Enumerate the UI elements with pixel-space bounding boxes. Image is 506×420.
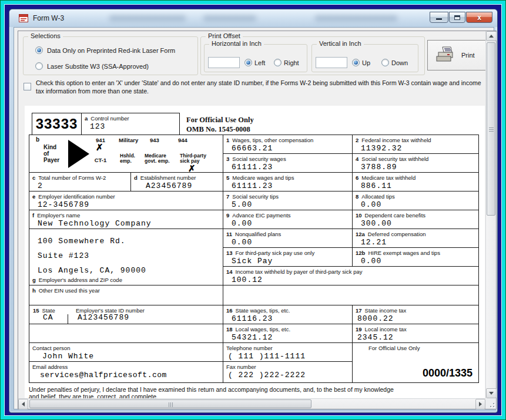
desktop-background: Form W-3 x Selections Data Only on Prepr… (0, 0, 506, 420)
form-w3-window: Form W-3 x Selections Data Only on Prepr… (9, 9, 498, 413)
box7-cell: 7Social security tips 5.00 (223, 191, 353, 210)
radio-right[interactable] (274, 59, 282, 66)
address-line3: Los Angels, CA, 90000 (29, 266, 146, 275)
app-icon (19, 14, 28, 23)
perjury-statement-line1: Under penalties of perjury, I declare th… (29, 386, 394, 393)
radio-down[interactable] (381, 59, 389, 66)
arrow-up-icon (489, 35, 494, 38)
radio-redink-form-label[interactable]: Data Only on Preprinted Red-ink Laser Fo… (47, 47, 175, 54)
arrow-down-icon (489, 392, 494, 395)
box17-cell: 17State income tax 8000.22 (352, 305, 479, 324)
scroll-right-button[interactable] (475, 399, 485, 409)
horizontal-offset-input[interactable] (208, 57, 240, 68)
horizontal-offset-groupbox: Horizontal in Inch Left Right (204, 44, 307, 72)
radio-left[interactable] (244, 59, 252, 66)
minimize-icon (436, 18, 442, 20)
boxd-cell: dEstablishment number A23456789 (130, 172, 223, 191)
box5-cell: 5Medicare wages and tips 61111.23 (223, 172, 353, 191)
client-area: Selections Data Only on Preprinted Red-i… (14, 27, 494, 409)
boxc-cell: cTotal number of Forms W-2 2 (29, 172, 131, 191)
thumb-grip (489, 127, 494, 132)
titlebar[interactable]: Form W-3 x (9, 9, 497, 27)
horizontal-offset-label: Horizontal in Inch (209, 40, 264, 47)
scroll-down-button[interactable] (486, 388, 497, 398)
radio-left-label[interactable]: Left (254, 59, 265, 66)
radio-substitute-w3-label[interactable]: Laser Substite W3 (SSA-Approved) (47, 63, 149, 70)
address-line1: 100 Somewhere Rd. (29, 236, 126, 246)
maximize-icon (454, 15, 460, 20)
minimize-button[interactable] (430, 12, 448, 23)
box12b-cell: 12bHIRE exempt wages and tips 0.00 (352, 247, 479, 267)
vertical-scrollbar-thumb[interactable] (487, 42, 495, 216)
box2-cell: 2Federal income tax withheld 11392.32 (352, 135, 479, 154)
radio-up-label[interactable]: Up (362, 59, 370, 66)
official-use-header: For Official Use Only OMB No. 1545-0008 (186, 115, 254, 134)
box6-cell: 6Medicare tax withheld 886.11 (352, 172, 479, 191)
radio-up[interactable] (352, 59, 360, 66)
boxe-cell: eEmployer identification number 12-34567… (29, 191, 223, 210)
scroll-left-button[interactable] (18, 399, 28, 409)
box1-cell: 1Wages, tips, other compensation 66663.2… (223, 135, 353, 154)
empty-cell (29, 324, 223, 343)
selections-groupbox: Selections Data Only on Preprinted Red-i… (23, 36, 198, 75)
radio-right-label[interactable]: Right (284, 59, 299, 66)
radio-redink-form[interactable] (35, 46, 43, 54)
mark-thirdparty-x: ✗ (188, 163, 196, 173)
radio-dot (354, 61, 358, 65)
window-title: Form W-3 (33, 14, 64, 22)
close-icon: x (477, 14, 481, 21)
box19-cell: 19Local income tax 2345.12 (352, 324, 479, 343)
box4-cell: 4Social security tax withheld 3788.89 (352, 153, 479, 173)
control-number-cell: aControl number 123 (81, 113, 180, 135)
vertical-scrollbar[interactable] (485, 31, 496, 398)
official-use-bottom-cell: For Official Use Only 0000/1335 (352, 342, 479, 383)
radio-dot (246, 61, 250, 65)
vertical-offset-groupbox: Vertical in Inch Up Down (311, 44, 418, 72)
w3-table: 33333 aControl number 123 For Official U… (29, 111, 479, 383)
horizontal-scrollbar[interactable] (18, 398, 485, 409)
box14-cell: 14Income tax withheld by payer of third-… (223, 266, 479, 285)
telephone-cell: Telephone number ( 111 )111-1111 (223, 342, 353, 362)
scroll-up-button[interactable] (486, 31, 497, 41)
box9-cell: 9Advance EIC payments 0.00 (223, 210, 353, 229)
print-button-label: Print (461, 52, 475, 59)
boxh-cell: hOther EIN used this year (29, 285, 223, 305)
email-cell: Email address services@halfpricesoft.com (29, 361, 223, 383)
state-option-note[interactable]: Check this option to enter an 'X' under … (36, 79, 481, 95)
print-button[interactable]: Print (427, 40, 490, 70)
titlebar-glass-blur (315, 15, 397, 21)
close-button[interactable]: x (466, 12, 492, 23)
thumb-grip (169, 402, 173, 407)
horizontal-scrollbar-thumb[interactable] (29, 399, 311, 408)
box13-cell: 13For third-party sick pay use only Sick… (223, 247, 353, 267)
printer-icon (435, 46, 455, 64)
arrow-left-icon (22, 402, 25, 406)
vertical-offset-label: Vertical in Inch (317, 40, 364, 47)
address-line2: Suite #123 (29, 251, 89, 260)
mark-941-x: ✗ (96, 142, 103, 153)
kind-of-payer-cell: b Kind of Payer 941 ✗ CT-1 Military H (29, 135, 223, 173)
box11-cell: 11Nonqualified plans 0.00 (223, 229, 353, 248)
boxf-cell: fEmployer's name New Technology Company (29, 210, 223, 229)
radio-substitute-w3[interactable] (35, 62, 43, 70)
box8-cell: 8Allocated tips 0.00 (352, 191, 479, 210)
contact-person-cell: Contact person John White (29, 342, 223, 362)
print-offset-label: Print Offset (206, 32, 243, 39)
form-code: 0000/1335 (423, 367, 473, 379)
state-id-divider (68, 314, 68, 324)
employer-address-cell: 100 Somewhere Rd. Suite #123 Los Angels,… (29, 229, 223, 285)
w3-code-cell: 33333 (32, 113, 82, 135)
radio-down-label[interactable]: Down (391, 59, 408, 66)
box10-cell: 10Dependent care benefits 300.00 (352, 210, 479, 229)
control-number-value: 123 (82, 122, 179, 131)
fax-cell: Fax number ( 222 )222-2222 (223, 361, 353, 383)
titlebar-glass-blur (203, 15, 256, 21)
box16-cell: 16State wages, tips, etc. 61116.23 (223, 305, 353, 324)
maximize-button[interactable] (449, 12, 465, 23)
state-option-checkbox[interactable] (24, 83, 31, 90)
perjury-statement-line2: and belief, they are true, correct, and … (29, 393, 158, 398)
box15-cell: 15State Employer's state ID number CA A1… (29, 305, 223, 324)
resize-grip[interactable] (485, 398, 496, 409)
vertical-offset-input[interactable] (316, 57, 347, 68)
scroll-panel: Selections Data Only on Preprinted Red-i… (18, 31, 497, 409)
